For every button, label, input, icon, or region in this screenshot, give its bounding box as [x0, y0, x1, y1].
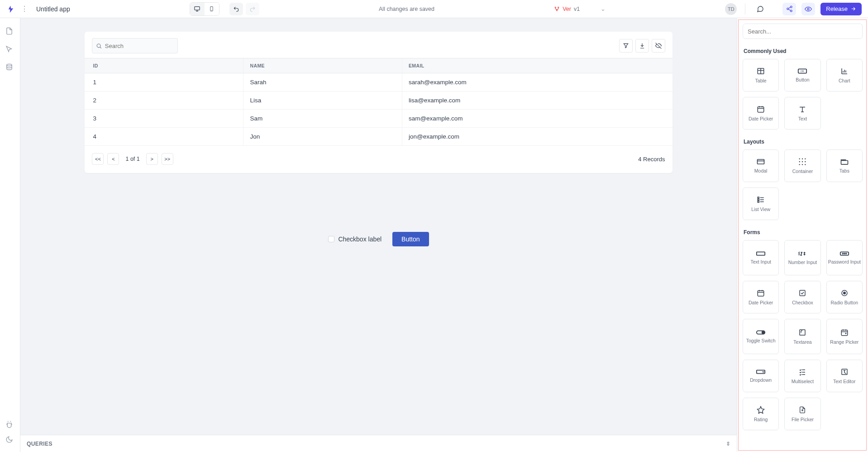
app-title[interactable]: Untitled app — [36, 5, 70, 13]
table-row[interactable]: 1Sarahsarah@example.com — [85, 73, 672, 91]
widget-tabs[interactable]: Tabs — [826, 149, 863, 182]
widget-button[interactable]: OKButton — [784, 59, 820, 91]
button-widget[interactable]: Button — [392, 232, 429, 246]
widget-texteditor[interactable]: Text Editor — [826, 360, 863, 392]
widget-text[interactable]: Text — [784, 97, 820, 130]
inspector-icon[interactable] — [5, 45, 14, 54]
table-search-input[interactable] — [105, 43, 174, 49]
svg-point-17 — [802, 158, 803, 159]
modal-icon — [756, 158, 765, 165]
record-count: 4 Records — [638, 156, 665, 163]
pager-last[interactable]: >> — [162, 153, 173, 165]
widget-radio[interactable]: Radio Button — [826, 281, 863, 313]
widget-rating[interactable]: Rating — [743, 398, 779, 430]
checkbox-widget[interactable]: Checkbox label — [328, 236, 382, 243]
search-icon — [96, 43, 102, 49]
release-button[interactable]: Release — [820, 3, 862, 15]
file-icon — [799, 406, 806, 414]
col-name[interactable]: NAME — [243, 58, 402, 73]
svg-point-18 — [805, 158, 806, 159]
svg-rect-26 — [758, 197, 759, 198]
table-row[interactable]: 2Lisalisa@example.com — [85, 91, 672, 110]
text-icon — [798, 105, 806, 113]
widget-chart[interactable]: Chart — [826, 59, 863, 91]
texteditor-icon — [840, 368, 849, 376]
widget-listview[interactable]: List View — [743, 188, 779, 220]
widget-multiselect[interactable]: Multiselect — [784, 360, 820, 392]
branch-icon — [554, 6, 560, 12]
chevron-down-icon: ⌄ — [601, 5, 606, 12]
mobile-view-button[interactable] — [205, 3, 219, 15]
widget-toggle[interactable]: Toggle Switch — [743, 319, 779, 354]
undo-button[interactable] — [229, 3, 243, 15]
widget-passwordinput[interactable]: Password Input — [826, 240, 863, 275]
section-layouts: Layouts — [744, 139, 863, 145]
pager-info: 1 of 1 — [125, 156, 139, 162]
widget-container[interactable]: Container — [784, 149, 820, 182]
expand-icon[interactable]: ⇕ — [726, 441, 730, 447]
mobile-icon — [209, 5, 215, 12]
svg-rect-0 — [195, 7, 200, 10]
widget-rangepicker[interactable]: Range Picker — [826, 319, 863, 354]
palette-search-input[interactable] — [743, 24, 863, 39]
theme-icon[interactable] — [5, 436, 14, 445]
svg-rect-34 — [758, 290, 764, 296]
page-icon[interactable] — [5, 27, 14, 36]
pager-next[interactable]: > — [146, 153, 158, 165]
widget-dropdown[interactable]: Dropdown — [743, 360, 779, 392]
preview-button[interactable] — [801, 3, 815, 15]
table-search[interactable] — [92, 38, 178, 53]
password-icon — [839, 251, 849, 256]
widget-table[interactable]: Table — [743, 59, 779, 91]
widget-numberinput[interactable]: Number Input — [784, 240, 820, 275]
table-widget[interactable]: ID NAME EMAIL 1Sarahsarah@example.com 2L… — [85, 32, 672, 173]
hide-columns-button[interactable] — [652, 39, 665, 53]
widget-datepicker2[interactable]: Date Picker — [743, 281, 779, 313]
filter-button[interactable] — [619, 39, 633, 53]
table-row[interactable]: 4Jonjon@example.com — [85, 128, 672, 146]
widget-filepicker[interactable]: File Picker — [784, 398, 820, 430]
save-status: All changes are saved — [379, 6, 434, 12]
app-logo-icon[interactable] — [6, 5, 15, 14]
user-avatar[interactable]: TD — [725, 3, 737, 15]
device-switcher — [190, 2, 219, 16]
multiselect-icon — [798, 368, 806, 376]
eye-icon — [805, 5, 812, 13]
download-button[interactable] — [635, 39, 649, 53]
comments-button[interactable] — [754, 3, 767, 15]
svg-rect-27 — [758, 199, 759, 200]
svg-point-10 — [97, 44, 101, 48]
eye-off-icon — [655, 43, 662, 49]
svg-text:OK: OK — [801, 70, 805, 72]
col-id[interactable]: ID — [85, 58, 243, 73]
desktop-view-button[interactable] — [190, 3, 205, 15]
svg-rect-29 — [757, 252, 765, 255]
debug-icon[interactable] — [5, 420, 14, 429]
widget-textarea[interactable]: Textarea — [784, 319, 820, 354]
svg-rect-25 — [841, 160, 848, 164]
share-icon — [786, 5, 793, 12]
svg-rect-14 — [758, 106, 764, 112]
redo-button[interactable] — [246, 3, 259, 15]
button-icon: OK — [797, 68, 807, 74]
share-button[interactable] — [782, 3, 796, 15]
checkbox-icon — [798, 289, 806, 297]
widget-checkbox[interactable]: Checkbox — [784, 281, 820, 313]
widget-modal[interactable]: Modal — [743, 149, 779, 182]
database-icon[interactable] — [5, 63, 14, 72]
version-selector[interactable]: Ver v1 ⌄ — [554, 5, 606, 12]
table-row[interactable]: 3Samsam@example.com — [85, 110, 672, 128]
tabs-icon — [840, 158, 849, 165]
svg-point-6 — [787, 8, 789, 10]
calendar-icon — [757, 289, 765, 297]
calendar-icon — [757, 105, 765, 113]
svg-point-19 — [799, 161, 800, 162]
pager-prev[interactable]: < — [107, 153, 119, 165]
widget-textinput[interactable]: Text Input — [743, 240, 779, 275]
menu-dots-icon[interactable]: ⋮ — [21, 5, 28, 13]
checkbox-box[interactable] — [328, 236, 334, 242]
col-email[interactable]: EMAIL — [402, 58, 672, 73]
widget-datepicker[interactable]: Date Picker — [743, 97, 779, 130]
pager-first[interactable]: << — [92, 153, 104, 165]
queries-panel[interactable]: QUERIES ⇕ — [20, 435, 737, 452]
